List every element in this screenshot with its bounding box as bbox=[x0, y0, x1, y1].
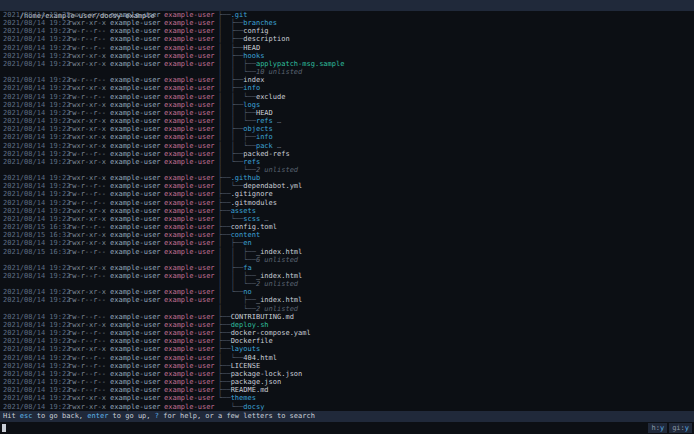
entry-name: .gitignore bbox=[231, 190, 273, 198]
tree-row[interactable]: 2021/08/14 19:22rwxr-xr-xexample-userexa… bbox=[0, 60, 694, 68]
entry-name: layouts bbox=[231, 345, 261, 353]
flag-label: h: bbox=[651, 423, 659, 433]
tree-row[interactable]: 2021/08/14 19:22rw-r--r--example-userexa… bbox=[0, 362, 694, 370]
entry-name: branches bbox=[243, 19, 277, 27]
col-owner: example-user bbox=[110, 378, 164, 386]
col-permissions: rw-r--r-- bbox=[68, 272, 110, 280]
tree-row[interactable]: 2021/08/14 19:22rw-r--r--example-userexa… bbox=[0, 296, 694, 304]
broot-terminal: /home/example-user/docsy-example 2021/08… bbox=[0, 0, 694, 434]
tree-row[interactable]: 2021/08/14 19:22rwxr-xr-xexample-userexa… bbox=[0, 239, 694, 247]
tree-row[interactable]: 2021/08/14 19:22rw-r--r--example-userexa… bbox=[0, 76, 694, 84]
col-modified-date: 2021/08/14 19:22 bbox=[0, 386, 68, 394]
input-cursor[interactable] bbox=[2, 424, 6, 432]
col-group: example-user bbox=[164, 93, 218, 101]
tree-branch: ├── bbox=[218, 362, 231, 370]
col-owner bbox=[110, 166, 164, 174]
tree-row[interactable]: 2021/08/14 19:22rwxr-xr-xexample-userexa… bbox=[0, 142, 694, 150]
tree-row[interactable]: 2021/08/14 19:22rw-r--r--example-userexa… bbox=[0, 190, 694, 198]
tree-row[interactable]: 2021/08/15 16:32rw-r--r--example-userexa… bbox=[0, 223, 694, 231]
col-group: example-user bbox=[164, 248, 218, 256]
entry-name: CONTRIBUTING.md bbox=[231, 313, 294, 321]
hint-text: for help, or a few letters to search bbox=[159, 412, 315, 420]
col-owner: example-user bbox=[110, 174, 164, 182]
tree-row[interactable]: 2021/08/14 19:22rwxr-xr-xexample-userexa… bbox=[0, 321, 694, 329]
col-modified-date: 2021/08/14 19:22 bbox=[0, 345, 68, 353]
tree-row[interactable]: 2021/08/14 19:22rwxr-xr-xexample-userexa… bbox=[0, 215, 694, 223]
col-group: example-user bbox=[164, 239, 218, 247]
tree-row[interactable]: 2021/08/14 19:22rwxr-xr-xexample-userexa… bbox=[0, 19, 694, 27]
entry-name: config.toml bbox=[231, 223, 277, 231]
tree-row[interactable]: 2021/08/14 19:22rwxr-xr-xexample-userexa… bbox=[0, 84, 694, 92]
tree-row[interactable]: 2021/08/14 19:22rw-r--r--example-userexa… bbox=[0, 93, 694, 101]
col-permissions: rwxr-xr-x bbox=[68, 19, 110, 27]
entry-name: info bbox=[243, 84, 260, 92]
tree-row[interactable]: 2021/08/14 19:22rw-r--r--example-userexa… bbox=[0, 337, 694, 345]
col-owner: example-user bbox=[110, 394, 164, 402]
tree-branch: ├── bbox=[218, 190, 231, 198]
tree-row[interactable]: 2021/08/15 16:32rwxr-xr-xexample-userexa… bbox=[0, 231, 694, 239]
col-modified-date: 2021/08/14 19:22 bbox=[0, 378, 68, 386]
col-owner: example-user bbox=[110, 84, 164, 92]
tree-branch: │ │ └── bbox=[218, 117, 256, 125]
tree-row[interactable]: 2021/08/15 16:32rw-r--r--example-userexa… bbox=[0, 248, 694, 256]
col-permissions: rwxr-xr-x bbox=[68, 264, 110, 272]
tree-row[interactable]: 2021/08/14 19:22rwxr-xr-xexample-userexa… bbox=[0, 288, 694, 296]
tree-branch: ├── bbox=[218, 321, 231, 329]
tree-row[interactable]: 2021/08/14 19:22rw-r--r--example-userexa… bbox=[0, 35, 694, 43]
tree-row[interactable]: 2021/08/14 19:22rw-r--r--example-userexa… bbox=[0, 378, 694, 386]
col-owner: example-user bbox=[110, 190, 164, 198]
col-owner bbox=[110, 68, 164, 76]
tree-row[interactable]: 2021/08/14 19:22rwxr-xr-xexample-userexa… bbox=[0, 125, 694, 133]
file-tree[interactable]: 2021/08/14 19:22rwxr-xr-xexample-userexa… bbox=[0, 11, 694, 411]
tree-row[interactable]: 2021/08/14 19:22rwxr-xr-xexample-userexa… bbox=[0, 133, 694, 141]
col-group: example-user bbox=[164, 101, 218, 109]
col-permissions: rw-r--r-- bbox=[68, 354, 110, 362]
tree-row[interactable]: 2021/08/14 19:22rw-r--r--example-userexa… bbox=[0, 44, 694, 52]
col-owner: example-user bbox=[110, 44, 164, 52]
tree-row[interactable]: 2021/08/14 19:22rw-r--r--example-userexa… bbox=[0, 150, 694, 158]
tree-row[interactable]: 2021/08/14 19:22rw-r--r--example-userexa… bbox=[0, 354, 694, 362]
tree-row[interactable]: 2021/08/14 19:22rw-r--r--example-userexa… bbox=[0, 329, 694, 337]
col-owner: example-user bbox=[110, 272, 164, 280]
col-owner: example-user bbox=[110, 362, 164, 370]
col-modified-date: 2021/08/14 19:22 bbox=[0, 199, 68, 207]
col-permissions: rw-r--r-- bbox=[68, 182, 110, 190]
tree-row[interactable]: 2021/08/14 19:22rwxr-xr-xexample-userexa… bbox=[0, 11, 694, 19]
tree-row[interactable]: 2021/08/14 19:22rwxr-xr-xexample-userexa… bbox=[0, 403, 694, 411]
tree-row[interactable]: 2021/08/14 19:22rwxr-xr-xexample-userexa… bbox=[0, 101, 694, 109]
col-permissions bbox=[68, 256, 110, 264]
tree-row[interactable]: 2021/08/14 19:22rwxr-xr-xexample-userexa… bbox=[0, 52, 694, 60]
tree-branch: │ │ ├── bbox=[218, 272, 256, 280]
col-permissions: rw-r--r-- bbox=[68, 27, 110, 35]
col-modified-date: 2021/08/14 19:22 bbox=[0, 354, 68, 362]
tree-row[interactable]: 2021/08/14 19:22rw-r--r--example-userexa… bbox=[0, 199, 694, 207]
col-owner: example-user bbox=[110, 313, 164, 321]
tree-branch: │ │ └── bbox=[218, 93, 256, 101]
col-modified-date: 2021/08/14 19:22 bbox=[0, 182, 68, 190]
tree-row[interactable]: 2021/08/14 19:22rw-r--r--example-userexa… bbox=[0, 370, 694, 378]
tree-row[interactable]: 2021/08/14 19:22rw-r--r--example-userexa… bbox=[0, 27, 694, 35]
tree-row[interactable]: 2021/08/14 19:22rwxr-xr-xexample-userexa… bbox=[0, 117, 694, 125]
tree-row[interactable]: 2021/08/14 19:22rwxr-xr-xexample-userexa… bbox=[0, 174, 694, 182]
unlisted-count: 2 unlisted bbox=[256, 305, 298, 313]
search-input[interactable]: h:ygi:y bbox=[0, 422, 694, 434]
tree-row[interactable]: 2021/08/14 19:22rw-r--r--example-userexa… bbox=[0, 182, 694, 190]
tree-row[interactable]: 2021/08/14 19:22rw-r--r--example-userexa… bbox=[0, 109, 694, 117]
col-owner: example-user bbox=[110, 370, 164, 378]
tree-row[interactable]: 2021/08/14 19:22rwxr-xr-xexample-userexa… bbox=[0, 345, 694, 353]
tree-row[interactable]: 2021/08/14 19:22rwxr-xr-xexample-userexa… bbox=[0, 394, 694, 402]
tree-row[interactable]: 2021/08/14 19:22rw-r--r--example-userexa… bbox=[0, 272, 694, 280]
tree-branch: │ └── bbox=[218, 354, 243, 362]
col-modified-date: 2021/08/14 19:22 bbox=[0, 101, 68, 109]
tree-row[interactable]: 2021/08/14 19:22rwxr-xr-xexample-userexa… bbox=[0, 207, 694, 215]
col-permissions bbox=[68, 166, 110, 174]
hint-text: to go up, bbox=[108, 412, 154, 420]
col-modified-date: 2021/08/14 19:22 bbox=[0, 215, 68, 223]
tree-row[interactable]: 2021/08/14 19:22rw-r--r--example-userexa… bbox=[0, 386, 694, 394]
tree-row[interactable]: 2021/08/14 19:22rw-r--r--example-userexa… bbox=[0, 313, 694, 321]
tree-row[interactable]: 2021/08/14 19:22rwxr-xr-xexample-userexa… bbox=[0, 158, 694, 166]
col-group: example-user bbox=[164, 76, 218, 84]
col-modified-date bbox=[0, 256, 68, 264]
tree-branch: │ │ └── bbox=[218, 142, 256, 150]
tree-row[interactable]: 2021/08/14 19:22rwxr-xr-xexample-userexa… bbox=[0, 264, 694, 272]
